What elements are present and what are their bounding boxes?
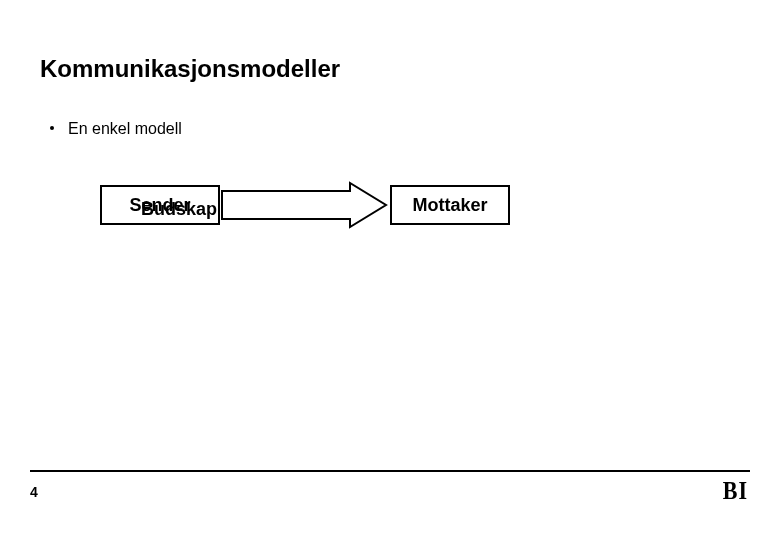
footer-divider [30, 470, 750, 472]
page-number: 4 [30, 484, 38, 500]
bullet-text: En enkel modell [68, 120, 182, 137]
bi-logo: BI [723, 477, 748, 506]
diagram-arrow-label: Budskap [100, 185, 268, 233]
bullet-dot-icon [50, 126, 54, 130]
bullet-item: En enkel modell [50, 120, 182, 138]
communication-diagram: Sender Budskap Mottaker [100, 185, 600, 245]
slide-title: Kommunikasjonsmodeller [40, 55, 340, 83]
diagram-box-receiver: Mottaker [390, 185, 510, 225]
